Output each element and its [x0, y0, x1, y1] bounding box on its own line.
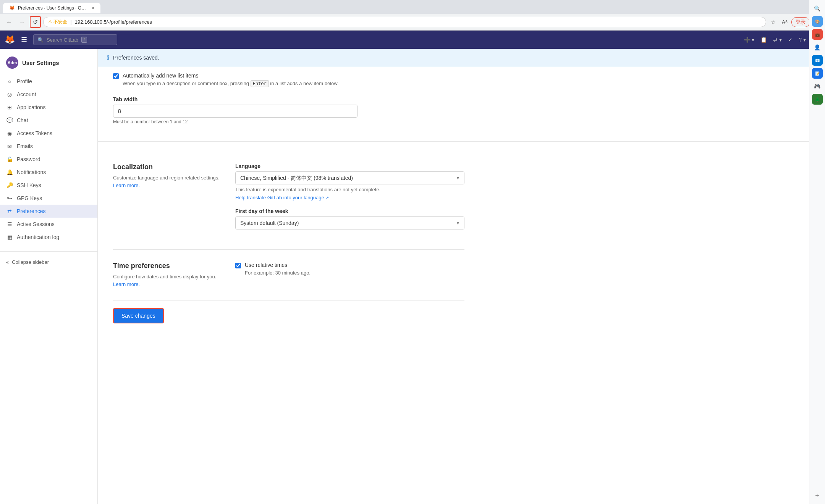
localization-section: Localization Customize language and regi…: [113, 151, 464, 250]
merge-requests-button[interactable]: ⇄ ▾: [771, 34, 784, 45]
hamburger-menu[interactable]: ☰: [19, 34, 29, 45]
tab-width-input[interactable]: [113, 105, 358, 118]
create-button[interactable]: ➕ ▾: [742, 34, 757, 45]
sidebar-avatar: Adm: [6, 57, 18, 69]
sidebar-item-preferences[interactable]: ⇄ Preferences: [0, 205, 97, 218]
language-label: Language: [235, 163, 464, 169]
url-text: 192.168.100.5/-/profile/preferences: [75, 19, 152, 25]
first-day-label: First day of the week: [235, 208, 464, 214]
help-button[interactable]: ? ▾: [796, 34, 808, 45]
sidebar-item-emails[interactable]: ✉ Emails: [0, 140, 97, 153]
forward-button[interactable]: →: [17, 17, 28, 27]
time-preferences-section: Time preferences Configure how dates and…: [113, 250, 464, 300]
ext-add[interactable]: +: [812, 490, 823, 501]
sidebar-label-gpg-keys: GPG Keys: [17, 195, 42, 201]
first-day-group: First day of the week System default (Su…: [235, 208, 464, 229]
bookmarks-btn[interactable]: ☆: [768, 18, 778, 27]
browser-tabs: 🦊 Preferences · User Settings · GitLab ×: [0, 0, 825, 14]
translate-gitlab-link[interactable]: Help translate GitLab into your language…: [235, 195, 329, 200]
auto-list-items-checkbox[interactable]: [113, 73, 119, 79]
time-preferences-desc-text: Configure how dates and times display fo…: [113, 273, 220, 288]
login-button[interactable]: 登录: [791, 17, 810, 27]
alert-message: Preferences saved.: [113, 55, 805, 61]
sidebar-item-chat[interactable]: 💬 Chat: [0, 114, 97, 127]
language-group: Language Chinese, Simplified - 简体中文 (98%…: [235, 163, 464, 200]
ext-user[interactable]: 👤: [812, 42, 823, 53]
preferences-icon: ⇄: [6, 208, 13, 214]
issues-button[interactable]: 📋: [758, 34, 769, 45]
sidebar-item-ssh-keys[interactable]: 🔑 SSH Keys: [0, 179, 97, 192]
collapse-sidebar-button[interactable]: « Collapse sidebar: [6, 259, 49, 265]
sidebar-item-password[interactable]: 🔒 Password: [0, 153, 97, 166]
gpg-keys-icon: 🗝: [6, 195, 13, 201]
slash-key: /: [81, 37, 87, 43]
sidebar-item-profile[interactable]: ○ Profile: [0, 75, 97, 88]
relative-times-checkbox[interactable]: [235, 263, 241, 268]
collapse-label: Collapse sidebar: [12, 259, 49, 265]
url-separator: |: [70, 19, 71, 25]
language-feature-note: This feature is experimental and transla…: [235, 187, 464, 192]
sidebar-item-auth-log[interactable]: ▦ Authentication log: [0, 231, 97, 244]
reload-button[interactable]: ↺: [30, 16, 41, 28]
tab-close[interactable]: ×: [91, 5, 94, 11]
sidebar-label-ssh-keys: SSH Keys: [17, 182, 41, 188]
profile-icon: ○: [6, 78, 13, 84]
localization-controls: Language Chinese, Simplified - 简体中文 (98%…: [235, 163, 464, 237]
reader-btn[interactable]: Aᴬ: [780, 18, 790, 27]
sidebar-label-password: Password: [17, 156, 40, 162]
todos-button[interactable]: ✓: [786, 34, 795, 45]
sidebar-item-account[interactable]: ◎ Account: [0, 88, 97, 101]
translate-link-paragraph: Help translate GitLab into your language…: [235, 195, 464, 200]
sidebar-label-profile: Profile: [17, 78, 32, 84]
sidebar-item-access-tokens[interactable]: ◉ Access Tokens: [0, 127, 97, 140]
sidebar-title: User Settings: [22, 60, 59, 66]
ext-briefcase[interactable]: 💼: [812, 29, 823, 40]
first-day-select[interactable]: System default (Sunday) Sunday Monday Sa…: [235, 216, 464, 229]
enter-key: Enter: [251, 80, 269, 87]
ext-color[interactable]: 🎨: [812, 16, 823, 27]
ext-game[interactable]: 🎮: [812, 81, 823, 92]
alert-info-icon: ℹ: [107, 54, 109, 61]
sidebar-label-emails: Emails: [17, 143, 33, 149]
ext-tree[interactable]: 🌲: [812, 94, 823, 105]
localization-description: Localization Customize language and regi…: [113, 163, 220, 237]
browser-extensions-panel: 🔍 🎨 💼 👤 📧 📝 🎮 🌲 +: [809, 0, 825, 504]
auth-log-icon: ▦: [6, 234, 13, 240]
active-sessions-icon: ☰: [6, 221, 13, 227]
sidebar-item-active-sessions[interactable]: ☰ Active Sessions: [0, 218, 97, 231]
relative-times-desc: For example: 30 minutes ago.: [245, 270, 311, 276]
active-tab[interactable]: 🦊 Preferences · User Settings · GitLab ×: [3, 3, 100, 13]
global-search-bar[interactable]: 🔍 Search GitLab /: [33, 34, 117, 45]
sidebar-item-notifications[interactable]: 🔔 Notifications: [0, 166, 97, 179]
sidebar-label-chat: Chat: [17, 117, 28, 123]
sidebar-label-auth-log: Authentication log: [17, 234, 59, 240]
sidebar-label-active-sessions: Active Sessions: [17, 221, 55, 227]
time-preferences-controls: Use relative times For example: 30 minut…: [235, 262, 464, 288]
sidebar-item-applications[interactable]: ⊞ Applications: [0, 101, 97, 114]
sidebar-header: Adm User Settings: [0, 53, 97, 75]
language-select[interactable]: Chinese, Simplified - 简体中文 (98% translat…: [235, 171, 464, 184]
access-tokens-icon: ◉: [6, 130, 13, 136]
first-day-select-wrapper: System default (Sunday) Sunday Monday Sa…: [235, 216, 464, 229]
localization-title: Localization: [113, 163, 220, 171]
address-bar[interactable]: ⚠ 不安全 | 192.168.100.5/-/profile/preferen…: [43, 17, 766, 27]
ext-search[interactable]: 🔍: [812, 3, 823, 14]
ext-outlook[interactable]: 📧: [812, 55, 823, 66]
time-preferences-learn-more-link[interactable]: Learn more.: [113, 281, 140, 287]
relative-times-row: Use relative times For example: 30 minut…: [235, 262, 464, 276]
sidebar-label-access-tokens: Access Tokens: [17, 130, 52, 136]
sidebar-item-gpg-keys[interactable]: 🗝 GPG Keys: [0, 192, 97, 205]
relative-times-label: Use relative times: [245, 262, 311, 268]
ext-notes[interactable]: 📝: [812, 68, 823, 79]
tab-title: Preferences · User Settings · GitLab: [18, 5, 87, 11]
chat-icon: 💬: [6, 117, 13, 123]
language-select-wrapper: Chinese, Simplified - 简体中文 (98% translat…: [235, 171, 464, 184]
settings-body: Localization Customize language and regi…: [98, 142, 480, 340]
save-changes-button[interactable]: Save changes: [113, 308, 164, 323]
external-link-icon: ↗: [325, 195, 329, 200]
emails-icon: ✉: [6, 143, 13, 149]
time-preferences-title: Time preferences: [113, 262, 220, 270]
localization-learn-more-link[interactable]: Learn more.: [113, 183, 140, 188]
password-icon: 🔒: [6, 156, 13, 162]
back-button[interactable]: ←: [4, 17, 15, 27]
